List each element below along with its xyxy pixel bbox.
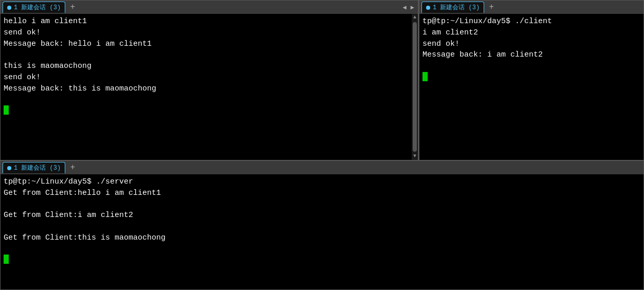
terminal-body-bottom[interactable]: tp@tp:~/Linux/day5$ ./server Get from Cl… [1,174,643,289]
top-panes: 1 新建会话 (3) + ◀ ▶ hello i am client1 send… [0,0,644,160]
tab-top-right-label: 1 新建会话 (3) [433,3,480,12]
tab-top-left-label: 1 新建会话 (3) [14,3,61,12]
scroll-down-top-left[interactable]: ▼ [412,153,417,160]
terminal-text-bottom: tp@tp:~/Linux/day5$ ./server Get from Cl… [4,176,640,255]
tab-add-bottom[interactable]: + [67,162,78,173]
tab-dot [7,6,11,10]
terminal-top-right: 1 新建会话 (3) + tp@tp:~/Linux/day5$ ./clien… [419,0,644,160]
tab-bar-bottom: 1 新建会话 (3) + [1,161,643,174]
cursor-bottom [4,255,9,264]
terminal-text-top-left: hello i am client1 send ok! Message back… [4,16,415,105]
terminal-body-top-right[interactable]: tp@tp:~/Linux/day5$ ./client i am client… [419,14,643,160]
scroll-up-top-left[interactable]: ▲ [412,14,417,21]
scrollbar-top-left[interactable]: ▲ ▼ [412,14,418,160]
tab-dot-right [426,6,430,10]
tab-nav-right[interactable]: ▶ [409,4,416,11]
tab-add-top-right[interactable]: + [486,2,496,12]
terminal-bottom: 1 新建会话 (3) + tp@tp:~/Linux/day5$ ./serve… [0,160,644,290]
terminal-body-top-left[interactable]: hello i am client1 send ok! Message back… [1,14,418,160]
tab-nav-left[interactable]: ◀ [401,4,408,11]
tab-bottom-label: 1 新建会话 (3) [14,164,61,172]
terminal-text-top-right: tp@tp:~/Linux/day5$ ./client i am client… [422,16,640,72]
tab-dot-bottom [7,166,11,170]
tab-bar-top-left: 1 新建会话 (3) + ◀ ▶ [1,1,418,14]
terminal-top-left: 1 新建会话 (3) + ◀ ▶ hello i am client1 send… [0,0,419,160]
scroll-thumb-top-left[interactable] [413,22,417,152]
tab-top-left[interactable]: 1 新建会话 (3) [3,2,65,13]
cursor-top-right [422,72,428,81]
tab-nav-top-left: ◀ ▶ [401,4,416,11]
tab-add-top-left[interactable]: + [67,2,78,12]
cursor-top-left [4,105,9,115]
tab-top-right[interactable]: 1 新建会话 (3) [421,2,484,13]
tab-bar-top-right: 1 新建会话 (3) + [419,1,643,14]
tab-bottom[interactable]: 1 新建会话 (3) [3,162,65,173]
